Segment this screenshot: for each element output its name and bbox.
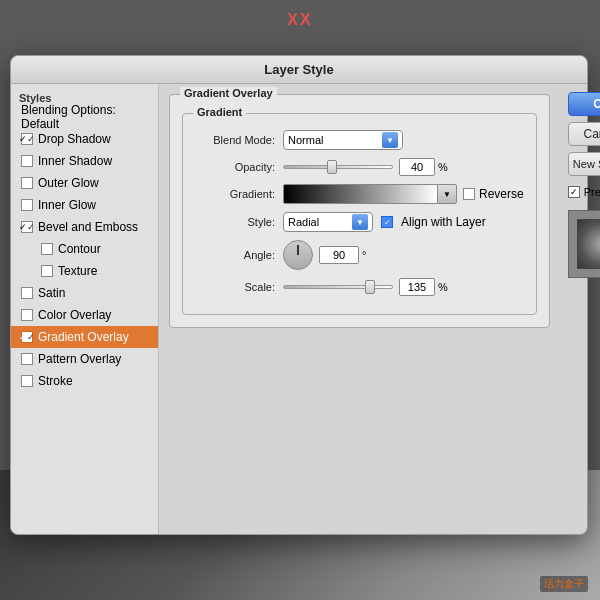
blending-options-item[interactable]: Blending Options: Default (11, 106, 158, 128)
top-bar-text: XX (287, 11, 312, 29)
outer-glow-label: Outer Glow (38, 176, 99, 190)
scale-percent: % (438, 281, 448, 293)
align-layer-row: ✓ Align with Layer (381, 215, 486, 229)
gradient-overlay-label: Gradient Overlay (38, 330, 129, 344)
color-overlay-checkbox[interactable] (21, 309, 33, 321)
preview-box (568, 210, 600, 278)
gradient-overlay-checkbox[interactable]: ✓ (21, 331, 33, 343)
align-layer-checkbox[interactable]: ✓ (381, 216, 393, 228)
inner-shadow-checkbox[interactable] (21, 155, 33, 167)
gradient-label: Gradient: (195, 188, 275, 200)
blend-mode-label: Blend Mode: (195, 134, 275, 146)
reverse-label: Reverse (479, 187, 524, 201)
sidebar-item-drop-shadow[interactable]: ✓ Drop Shadow (11, 128, 158, 150)
inner-shadow-label: Inner Shadow (38, 154, 112, 168)
sidebar-item-satin[interactable]: Satin (11, 282, 158, 304)
pattern-overlay-label: Pattern Overlay (38, 352, 121, 366)
sidebar-item-inner-glow[interactable]: Inner Glow (11, 194, 158, 216)
style-label: Style: (195, 216, 275, 228)
degree-label: ° (362, 249, 366, 261)
sidebar-item-gradient-overlay[interactable]: ✓ Gradient Overlay (11, 326, 158, 348)
opacity-thumb[interactable] (327, 160, 337, 174)
scale-thumb[interactable] (365, 280, 375, 294)
sidebar-item-texture[interactable]: Texture (11, 260, 158, 282)
angle-row: Angle: ° (195, 240, 524, 270)
style-row: Style: Radial ▼ ✓ Align with Layer (195, 212, 524, 232)
dialog-body: Styles Blending Options: Default ✓ Drop … (11, 84, 587, 534)
inner-glow-checkbox[interactable] (21, 199, 33, 211)
texture-checkbox[interactable] (41, 265, 53, 277)
sidebar-item-inner-shadow[interactable]: Inner Shadow (11, 150, 158, 172)
pattern-overlay-checkbox[interactable] (21, 353, 33, 365)
gradient-preview[interactable] (283, 184, 438, 204)
preview-label-row: ✓ Preview (568, 186, 600, 198)
cancel-button[interactable]: Cancel (568, 122, 600, 146)
preview-checkbox[interactable]: ✓ (568, 186, 580, 198)
gradient-overlay-section-title: Gradient Overlay (180, 87, 277, 99)
gradient-dropdown-btn[interactable]: ▼ (437, 184, 457, 204)
blend-mode-dropdown[interactable]: Normal ▼ (283, 130, 403, 150)
gradient-overlay-section: Gradient Overlay Gradient Blend Mode: No… (169, 94, 550, 328)
opacity-label: Opacity: (195, 161, 275, 173)
gradient-sub-section: Gradient Blend Mode: Normal ▼ Opacity: (182, 113, 537, 315)
stroke-label: Stroke (38, 374, 73, 388)
drop-shadow-checkbox[interactable]: ✓ (21, 133, 33, 145)
scale-slider[interactable] (283, 285, 393, 289)
right-panel: OK Cancel New Style... ✓ Preview (560, 84, 600, 534)
blend-mode-value: Normal (288, 134, 382, 146)
layer-style-dialog: Layer Style Styles Blending Options: Def… (10, 55, 588, 535)
angle-label: Angle: (195, 249, 275, 261)
ok-button[interactable]: OK (568, 92, 600, 116)
scale-input[interactable] (399, 278, 435, 296)
dialog-title: Layer Style (264, 62, 333, 77)
sidebar-item-contour[interactable]: Contour (11, 238, 158, 260)
drop-shadow-label: Drop Shadow (38, 132, 111, 146)
sidebar-item-pattern-overlay[interactable]: Pattern Overlay (11, 348, 158, 370)
blending-options-label: Blending Options: Default (21, 103, 150, 131)
style-arrow[interactable]: ▼ (352, 214, 368, 230)
sidebar-item-stroke[interactable]: Stroke (11, 370, 158, 392)
preview-text: Preview (584, 186, 600, 198)
angle-input[interactable] (319, 246, 359, 264)
top-bar: XX (0, 0, 600, 40)
scale-row: Scale: % (195, 278, 524, 296)
align-layer-label: Align with Layer (401, 215, 486, 229)
sidebar-item-outer-glow[interactable]: Outer Glow (11, 172, 158, 194)
bevel-emboss-checkbox[interactable]: ✓ (21, 221, 33, 233)
outer-glow-checkbox[interactable] (21, 177, 33, 189)
contour-checkbox[interactable] (41, 243, 53, 255)
sidebar-item-bevel-emboss[interactable]: ✓ Bevel and Emboss (11, 216, 158, 238)
angle-dial[interactable] (283, 240, 313, 270)
contour-label: Contour (58, 242, 101, 256)
stroke-checkbox[interactable] (21, 375, 33, 387)
dialog-titlebar: Layer Style (11, 56, 587, 84)
left-panel: Styles Blending Options: Default ✓ Drop … (11, 84, 159, 534)
preview-inner (577, 219, 600, 269)
style-dropdown[interactable]: Radial ▼ (283, 212, 373, 232)
watermark: 活力盒子 (540, 576, 588, 592)
scale-label: Scale: (195, 281, 275, 293)
new-style-button[interactable]: New Style... (568, 152, 600, 176)
gradient-sub-title: Gradient (193, 106, 246, 118)
opacity-row: Opacity: % (195, 158, 524, 176)
reverse-row: Reverse (463, 187, 524, 201)
opacity-percent: % (438, 161, 448, 173)
opacity-slider[interactable] (283, 165, 393, 169)
opacity-input[interactable] (399, 158, 435, 176)
satin-checkbox[interactable] (21, 287, 33, 299)
bevel-emboss-label: Bevel and Emboss (38, 220, 138, 234)
satin-label: Satin (38, 286, 65, 300)
blend-mode-row: Blend Mode: Normal ▼ (195, 130, 524, 150)
inner-glow-label: Inner Glow (38, 198, 96, 212)
blend-mode-arrow[interactable]: ▼ (382, 132, 398, 148)
main-content: Gradient Overlay Gradient Blend Mode: No… (159, 84, 560, 534)
color-overlay-label: Color Overlay (38, 308, 111, 322)
sidebar-item-color-overlay[interactable]: Color Overlay (11, 304, 158, 326)
texture-label: Texture (58, 264, 97, 278)
style-value: Radial (288, 216, 352, 228)
gradient-row: Gradient: ▼ Reverse (195, 184, 524, 204)
reverse-checkbox[interactable] (463, 188, 475, 200)
